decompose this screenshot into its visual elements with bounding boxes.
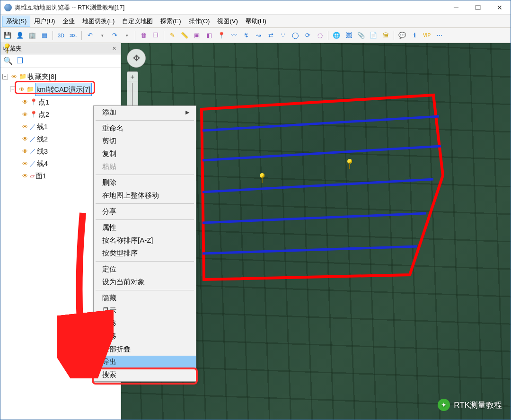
compass-control[interactable]: ✥ [127,49,146,68]
building-icon[interactable]: 🏛 [380,30,391,41]
tree-item-label: 点2 [38,108,49,121]
context-menu-label: 按名称排序[A-Z] [102,236,153,245]
visibility-icon[interactable]: 👁 [22,158,28,170]
info-icon[interactable]: ℹ [409,30,420,41]
doc-icon[interactable]: 📄 [368,30,379,41]
context-menu-item[interactable]: 按名称排序[A-Z] [94,234,196,247]
menu-item[interactable]: 地图切换(L) [79,16,118,27]
pin-icon[interactable]: 📍 [216,30,227,41]
polyline-icon[interactable]: 〰 [229,30,239,41]
map-pushpin[interactable] [346,159,353,169]
menu-item[interactable]: 视图(V) [213,16,241,27]
layers-icon[interactable]: ❐ [150,30,161,41]
save-icon[interactable]: 💾 [2,30,13,41]
globe-icon[interactable]: 🌐 [331,30,342,41]
tree-folder-label: kml转CAD演示[7] [35,83,92,96]
context-menu-item[interactable]: 全部折叠 [94,343,196,356]
search-icon[interactable]: 🔍 [3,56,13,65]
chat-icon[interactable]: 💬 [397,30,407,41]
visibility-icon[interactable]: 👁 [22,145,28,158]
track-icon[interactable]: ✎ [167,30,177,41]
context-menu-label: 复制 [102,149,116,158]
context-menu-label: 重命名 [102,124,123,133]
context-menu-item[interactable]: 显示 [94,305,196,317]
context-menu[interactable]: 添加▶重命名剪切复制粘贴删除在地图上整体移动分享属性按名称排序[A-Z]按类型排… [93,105,196,382]
menu-separator [96,203,194,204]
undo-icon[interactable]: ↶ [85,30,95,41]
3d2d-icon[interactable]: 3D↓ [68,30,79,41]
expander-icon[interactable]: − [2,74,8,79]
window-controls: ─ ☐ ✕ [445,0,511,15]
close-button[interactable]: ✕ [489,0,511,15]
dist-icon[interactable]: ⇄ [265,30,276,41]
undo-dd-icon[interactable]: ▾ [97,30,107,41]
redo-icon[interactable]: ↷ [109,30,120,41]
ruler-icon[interactable]: 📏 [179,30,190,41]
shape-icon[interactable]: ◧ [204,30,214,41]
menu-item[interactable]: 帮助(H) [242,16,270,27]
user-icon[interactable]: 👤 [15,30,25,41]
pin-panel-icon[interactable]: 📌 [3,44,11,54]
menu-item[interactable]: 系统(S) [2,16,30,27]
points-icon[interactable]: ∵ [278,30,288,41]
context-menu-item[interactable]: 属性 [94,221,196,234]
expander-icon[interactable]: − [10,87,16,92]
grid-icon[interactable]: ▦ [39,30,50,41]
vip-icon[interactable]: VIP [422,30,432,41]
visibility-icon[interactable]: 👁 [19,83,25,96]
tree-folder[interactable]: − 👁 📁 kml转CAD演示[7] [2,83,119,96]
context-menu-item: 粘贴 [94,160,196,173]
visibility-icon[interactable]: 👁 [22,96,28,108]
minimize-button[interactable]: ─ [445,0,467,15]
context-menu-item[interactable]: 在地图上整体移动 [94,189,196,202]
route-icon[interactable]: ↯ [241,30,251,41]
3d-icon[interactable]: 3D [56,30,66,41]
delete-icon[interactable]: 🗑 [138,30,149,41]
context-menu-item[interactable]: 下移 [94,330,196,343]
context-menu-item[interactable]: 导出 [94,356,196,368]
attach-icon[interactable]: 📎 [356,30,366,41]
circle-icon[interactable]: ◯ [290,30,300,41]
visibility-icon[interactable]: 👁 [22,108,28,121]
context-menu-item[interactable]: 添加▶ [94,106,196,119]
image-icon[interactable]: 🖼 [344,30,354,41]
context-menu-item[interactable]: 定位 [94,263,196,276]
close-panel-icon[interactable]: ✕ [110,45,118,52]
visibility-icon[interactable]: 👁 [22,121,28,133]
zoom-in-button[interactable]: ＋ [127,72,138,81]
context-menu-item[interactable]: 剪切 [94,135,196,148]
more-icon[interactable]: ⋯ [434,30,444,41]
menu-item[interactable]: 自定义地图 [118,16,157,27]
maximize-button[interactable]: ☐ [467,0,489,15]
visibility-icon[interactable]: 👁 [22,170,28,182]
context-menu-item[interactable]: 设为当前对象 [94,276,196,289]
context-menu-label: 属性 [102,223,116,232]
menu-separator [96,261,194,262]
context-menu-item[interactable]: 上移 [94,317,196,330]
context-menu-item[interactable]: 复制 [94,148,196,160]
menu-item[interactable]: 用户(U) [30,16,59,27]
context-menu-item[interactable]: 重命名 [94,122,196,135]
context-menu-item[interactable]: 隐藏 [94,292,196,305]
path-icon[interactable]: ↝ [253,30,264,41]
org-icon[interactable]: 🏢 [27,30,37,41]
tree-root-label: 收藏夹[8] [27,70,56,83]
menu-item[interactable]: 企业 [59,16,79,27]
area-icon[interactable]: ▣ [192,30,202,41]
visibility-icon[interactable]: 👁 [22,133,28,145]
menu-item[interactable]: 探索(E) [157,16,185,27]
context-menu-item[interactable]: 搜索 [94,368,196,381]
context-menu-item[interactable]: 分享 [94,205,196,218]
redo-dd-icon[interactable]: ▾ [122,30,132,41]
refresh-icon[interactable]: ⟳ [302,30,313,41]
tree-root[interactable]: − 👁 📁 收藏夹[8] [2,70,119,83]
context-menu-item[interactable]: 删除 [94,176,196,189]
tree-item-label: 点1 [38,96,49,108]
map-pushpin[interactable] [258,173,266,184]
menu-item[interactable]: 操作(O) [185,16,214,27]
watermark-text: RTK测量教程 [454,400,502,411]
cascade-icon[interactable]: ❐ [17,56,23,65]
context-menu-item[interactable]: 按类型排序 [94,247,196,260]
visibility-icon[interactable]: 👁 [11,70,17,83]
dring-icon[interactable]: ◌ [315,30,325,41]
